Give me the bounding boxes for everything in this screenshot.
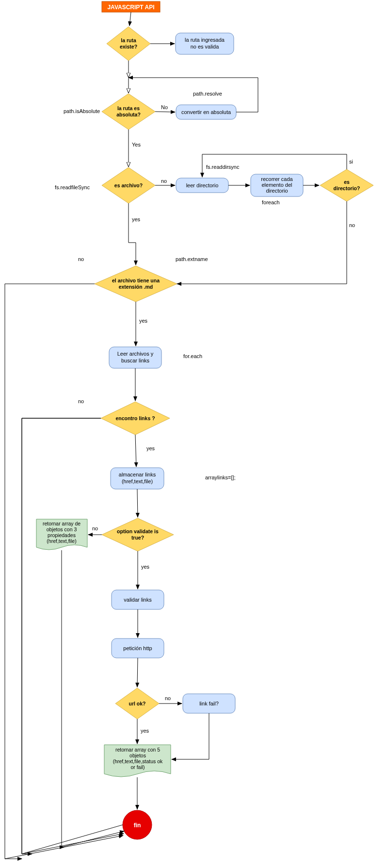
decision-url-ok-text: url ok? [129, 701, 145, 706]
label-path-resolve: path.resolve [193, 91, 222, 97]
process-iterate-dir-text1: recorrer cada [261, 176, 293, 182]
decision-is-md-text2: extensión .md [119, 284, 153, 290]
process-invalid-path-text2: no es valida [191, 44, 220, 49]
process-http-text: petición http [123, 645, 152, 651]
arrow-doc3-fin [62, 550, 64, 847]
label-no-2: no [161, 178, 167, 184]
process-to-absolute-text: convertir en absoluta [181, 109, 231, 115]
doc-three-text1: retornar array de [43, 521, 80, 526]
label-no-4: no [78, 256, 84, 262]
process-read-dir-text: leer directorio [186, 182, 219, 188]
label-yes-5: yes [141, 564, 150, 570]
doc-three-text3: propiedades [48, 532, 76, 538]
arrow-fail-doc5 [172, 713, 209, 759]
doc-three-text4: (href,text,file) [47, 538, 76, 544]
arrow-file-yes-md [129, 203, 136, 265]
arrow-found-no-fin [22, 418, 123, 854]
process-iterate-dir-text3: directorio [266, 188, 288, 194]
doc-five-text2: objetos [129, 753, 146, 758]
arrow-foundno-into-fin [22, 834, 124, 854]
arrow-start-exists [129, 12, 131, 26]
process-read-links-text2: buscar links [121, 358, 150, 363]
label-fs-readfile: fs.readfileSync [55, 184, 90, 190]
doc-three-text2: objetos con 3 [47, 526, 77, 532]
label-yes-4: yes [146, 445, 155, 451]
arrow-found-store [135, 435, 136, 467]
label-foreach2: for.each [183, 353, 202, 359]
doc-five-text4: or fail) [130, 764, 145, 770]
arrow-md-no-fin [5, 284, 95, 859]
doc-five-text1: retornar array con 5 [115, 747, 160, 753]
arrow-isdir-no-md [177, 201, 347, 284]
label-no-6: no [92, 525, 98, 531]
label-yes-2: yes [132, 216, 141, 222]
process-validate-text: validar links [124, 597, 152, 603]
decision-is-dir-text2: directorio? [334, 185, 360, 191]
doc-five-text3: (href,text,file,status ok [113, 758, 163, 764]
label-yes-3: yes [139, 318, 148, 324]
decision-is-md-text1: el archivo tiene una [112, 278, 160, 283]
arrow-http-urlok [137, 658, 138, 687]
decision-is-absolute-text2: absoluta? [116, 112, 141, 117]
arrow-store-validate [137, 489, 138, 517]
label-fs-readdir: fs.readdirsync [206, 164, 240, 170]
label-foreach: foreach [262, 199, 280, 205]
decision-is-dir-text1: es [344, 179, 350, 185]
label-no-7: no [165, 695, 171, 701]
decision-found-links-text: encontro links ? [115, 415, 155, 421]
process-store-links-text1: almacenar links [119, 472, 156, 477]
label-yes-6: yes [141, 728, 149, 734]
process-invalid-path-text1: la ruta ingresada [185, 37, 225, 43]
label-no-1: No [161, 104, 168, 110]
decision-validate-text1: option validate is [117, 528, 159, 534]
process-store-links-text2: (href,text,file) [122, 478, 153, 484]
label-si: si [349, 159, 353, 164]
decision-is-file-text: es archivo? [114, 182, 143, 188]
arrow-mdno-into-fin [5, 835, 123, 859]
label-path-isabsolute: path.isAbsolute [64, 108, 100, 114]
decision-path-exists-text2: existe? [120, 44, 137, 49]
arrow-absolute-getabs [155, 112, 175, 112]
process-link-fail-text: link fail? [199, 701, 219, 706]
label-no-3: no [349, 222, 355, 228]
process-iterate-dir-text2: elemento del [262, 182, 292, 188]
label-no-5: no [78, 398, 84, 404]
decision-path-exists-text1: la ruta [121, 37, 136, 43]
decision-is-absolute-text1: la ruta es [117, 105, 140, 111]
label-yes-1: Yes [132, 142, 141, 147]
decision-validate-text2: true? [131, 535, 144, 540]
start-label: JAVASCRIPT API [107, 4, 154, 11]
end-text: fin [134, 822, 141, 829]
label-arraylinks: arraylinks=[]; [205, 475, 236, 480]
label-path-extname: path.extname [176, 256, 208, 262]
process-read-links-text1: Leer archivos y [117, 351, 154, 357]
